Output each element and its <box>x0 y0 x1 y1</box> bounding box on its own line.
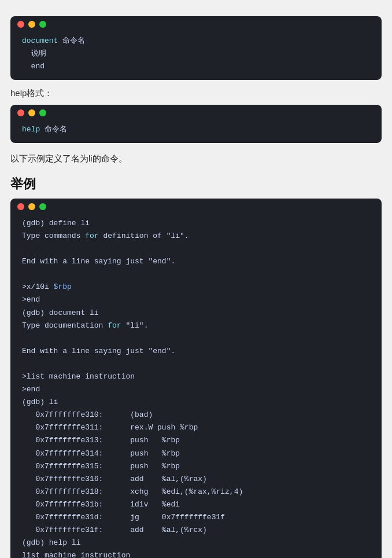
code-text: 0x7fffffffe31f: add %al,(%rcx) <box>22 526 207 534</box>
help-format-label: help格式： <box>10 88 382 99</box>
code-text: 0x7fffffffe314: push %rbp <box>22 449 180 458</box>
code-line: (gdb) li <box>22 396 370 409</box>
code-line: 0x7fffffffe310: (bad) <box>22 409 370 421</box>
code-line: 0x7fffffffe314: push %rbp <box>22 447 370 460</box>
code-text: >list machine instruction <box>22 372 135 381</box>
terminal-titlebar-3 <box>10 199 382 215</box>
code-line: help 命令名 <box>22 123 370 136</box>
code-text: (gdb) document li <box>22 309 99 317</box>
code-text: >x/10i <box>22 282 54 291</box>
code-line: >x/10i $rbp <box>22 281 370 293</box>
close-icon <box>17 21 24 28</box>
code-text: 0x7fffffffe313: push %rbp <box>22 436 180 445</box>
terminal-window-3: (gdb) define li Type commands for defini… <box>10 199 382 558</box>
minimize-icon <box>28 21 35 28</box>
code-text: Type commands <box>22 232 85 240</box>
code-text: 0x7fffffffe318: xchg %edi,(%rax,%riz,4) <box>22 487 243 496</box>
code-text: 0x7fffffffe31d: jg 0x7fffffffe31f <box>22 513 225 522</box>
code-text: 命令名 <box>40 125 67 134</box>
code-text: (gdb) help li <box>22 538 80 547</box>
code-text: 0x7fffffffe31b: idiv %edi <box>22 500 180 509</box>
terminal-titlebar-1 <box>10 16 382 32</box>
close-icon <box>17 109 24 116</box>
code-line: end <box>22 60 370 73</box>
code-text: list machine instruction <box>22 551 130 558</box>
terminal-window-2: help 命令名 <box>10 105 382 143</box>
code-line: >end <box>22 293 370 306</box>
code-text: definition of "li". <box>99 232 189 240</box>
code-keyword: for <box>108 321 121 330</box>
maximize-icon <box>39 21 46 28</box>
code-line: document 命令名 <box>22 35 370 47</box>
code-line: (gdb) document li <box>22 307 370 320</box>
minimize-icon <box>28 109 35 116</box>
page-content: document 命令名 说明 end help格式： help 命令名 以下示… <box>8 6 384 558</box>
code-line: 0x7fffffffe311: rex.W push %rbp <box>22 421 370 434</box>
code-keyword: help <box>22 125 40 134</box>
code-keyword: for <box>85 232 98 240</box>
code-text: End with a line saying just "end". <box>22 347 175 355</box>
terminal-window-1: document 命令名 说明 end <box>10 16 382 80</box>
maximize-icon <box>39 203 46 210</box>
code-line: End with a line saying just "end". <box>22 345 370 358</box>
code-line <box>22 268 370 281</box>
code-text: 0x7fffffffe310: (bad) <box>22 410 153 419</box>
code-text: end <box>22 62 45 71</box>
example-heading: 举例 <box>10 175 382 193</box>
code-line: 0x7fffffffe31d: jg 0x7fffffffe31f <box>22 511 370 524</box>
code-line: 0x7fffffffe318: xchg %edi,(%rax,%riz,4) <box>22 486 370 498</box>
close-icon <box>17 203 24 210</box>
code-line: list machine instruction <box>22 549 370 558</box>
code-text: 命令名 <box>58 36 85 45</box>
code-text: >end <box>22 385 40 394</box>
code-text: Type documentation <box>22 321 108 330</box>
example-description: 以下示例定义了名为li的命令。 <box>10 151 382 166</box>
code-line: 0x7fffffffe315: push %rbp <box>22 460 370 473</box>
code-text: 0x7fffffffe315: push %rbp <box>22 462 180 471</box>
code-variable: $rbp <box>54 282 72 291</box>
minimize-icon <box>28 203 35 210</box>
code-line: 0x7fffffffe31b: idiv %edi <box>22 498 370 511</box>
code-line <box>22 243 370 255</box>
terminal-body-2: help 命令名 <box>10 121 382 136</box>
code-text: "li". <box>121 321 149 330</box>
code-line: 0x7fffffffe31f: add %al,(%rcx) <box>22 524 370 537</box>
code-line: (gdb) define li <box>22 217 370 230</box>
code-text: (gdb) define li <box>22 219 90 227</box>
terminal-body-3: (gdb) define li Type commands for defini… <box>10 215 382 558</box>
terminal-body-1: document 命令名 说明 end <box>10 32 382 73</box>
code-text: (gdb) li <box>22 398 58 406</box>
maximize-icon <box>39 109 46 116</box>
code-line: End with a line saying just "end". <box>22 255 370 268</box>
code-line: (gdb) help li <box>22 537 370 549</box>
code-keyword: document <box>22 36 58 45</box>
code-text: End with a line saying just "end". <box>22 257 175 266</box>
code-line: >end <box>22 383 370 396</box>
code-text: 0x7fffffffe311: rex.W push %rbp <box>22 423 198 432</box>
code-line: Type documentation for "li". <box>22 320 370 332</box>
code-line: >list machine instruction <box>22 370 370 383</box>
code-line <box>22 332 370 345</box>
code-line: 0x7fffffffe313: push %rbp <box>22 434 370 447</box>
terminal-titlebar-2 <box>10 105 382 121</box>
code-text: >end <box>22 295 40 304</box>
code-line: 说明 <box>22 47 370 60</box>
code-line: Type commands for definition of "li". <box>22 230 370 243</box>
code-text: 0x7fffffffe316: add %al,(%rax) <box>22 475 207 483</box>
code-line: 0x7fffffffe316: add %al,(%rax) <box>22 473 370 486</box>
code-line <box>22 358 370 370</box>
code-text: 说明 <box>22 49 46 58</box>
